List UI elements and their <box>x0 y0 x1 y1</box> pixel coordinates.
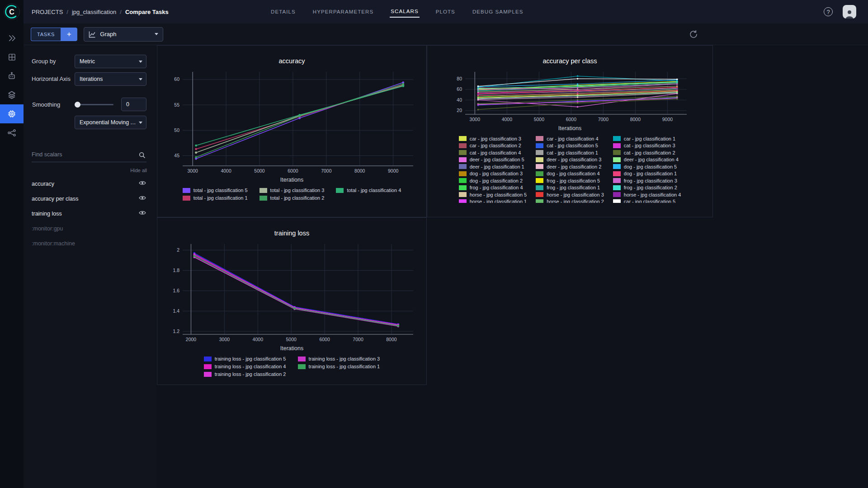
legend-item[interactable]: frog - jpg classification 2 <box>613 184 681 192</box>
legend-item[interactable]: deer - jpg classification 1 <box>459 163 527 170</box>
legend-item[interactable]: frog - jpg classification 3 <box>613 177 681 184</box>
legend-item[interactable]: training loss - jpg classification 2 <box>204 371 286 377</box>
horizontal-axis-dropdown[interactable]: Iterations <box>75 72 146 86</box>
legend-item[interactable]: car - jpg classification 4 <box>536 135 604 142</box>
nav-datasets-icon[interactable] <box>0 47 24 66</box>
legend-item[interactable]: cat - jpg classification 1 <box>536 149 604 156</box>
search-icon[interactable] <box>139 152 146 160</box>
training-loss-chart-canvas[interactable]: 20003000400050006000700080001.21.41.61.8… <box>165 240 419 344</box>
legend-item[interactable]: cat - jpg classification 4 <box>459 149 527 156</box>
legend-item[interactable]: dog - jpg classification 2 <box>459 177 527 184</box>
user-avatar[interactable] <box>843 5 856 19</box>
metric-item-accuracy[interactable]: accuracy <box>24 176 156 191</box>
legend-swatch-icon <box>536 143 543 148</box>
hide-all-link[interactable]: Hide all <box>130 168 147 173</box>
legend-item[interactable]: car - jpg classification 3 <box>459 135 527 142</box>
breadcrumb-compare-tasks[interactable]: Compare Tasks <box>125 9 169 15</box>
legend-label: horse - jpg classification 4 <box>624 192 681 197</box>
eye-icon[interactable] <box>139 210 146 217</box>
legend-swatch-icon <box>183 196 190 201</box>
group-by-value: Metric <box>80 58 95 65</box>
tab-scalars[interactable]: SCALARS <box>390 6 419 18</box>
metric-item-monitor-gpu[interactable]: :monitor:gpu <box>24 221 156 236</box>
legend-item[interactable]: total - jpg classification 1 <box>183 195 248 201</box>
legend-item[interactable]: total - jpg classification 3 <box>259 188 325 193</box>
tab-plots[interactable]: PLOTS <box>435 6 456 17</box>
legend-label: horse - jpg classification 1 <box>470 199 527 203</box>
legend-item[interactable]: deer - jpg classification 3 <box>536 156 604 164</box>
legend-swatch-icon <box>298 364 306 369</box>
tab-hyperparameters[interactable]: HYPERPARAMETERS <box>312 6 375 17</box>
legend-item[interactable]: car - jpg classification 1 <box>613 135 681 142</box>
find-scalars-search <box>32 150 146 162</box>
legend-item[interactable]: training loss - jpg classification 5 <box>204 356 286 361</box>
smoothing-slider[interactable] <box>75 101 113 108</box>
chart-legend: total - jpg classification 5total - jpg … <box>183 188 401 201</box>
accuracy-chart-canvas[interactable]: 300040005000600070008000900045505560 <box>165 68 419 176</box>
legend-item[interactable]: frog - jpg classification 5 <box>536 177 604 184</box>
clearml-logo[interactable]: C <box>3 3 20 20</box>
metric-item-monitor-machine[interactable]: :monitor:machine <box>24 236 156 251</box>
nav-workers-icon[interactable] <box>0 104 24 123</box>
add-task-button[interactable]: + <box>61 28 77 41</box>
legend-item[interactable]: deer - jpg classification 5 <box>459 156 527 164</box>
tasks-button[interactable]: TASKS <box>31 28 61 41</box>
eye-icon[interactable] <box>139 195 146 202</box>
legend-item[interactable]: total - jpg classification 2 <box>259 195 325 201</box>
nav-pipelines-icon[interactable] <box>0 123 24 142</box>
accuracy-per-class-chart-canvas[interactable]: 300040005000600070008000900020406080 <box>448 68 692 124</box>
breadcrumb-project-name[interactable]: jpg_classification <box>72 9 116 15</box>
tab-details[interactable]: DETAILS <box>270 6 297 17</box>
svg-text:8000: 8000 <box>354 168 365 174</box>
nav-getting-started-icon[interactable] <box>0 28 24 47</box>
legend-item[interactable]: deer - jpg classification 4 <box>613 156 681 164</box>
legend-swatch-icon <box>536 136 543 141</box>
legend-item[interactable]: horse - jpg classification 2 <box>536 198 604 203</box>
smoothing-type-dropdown[interactable]: Exponential Moving Av... <box>75 116 146 129</box>
legend-item[interactable]: horse - jpg classification 4 <box>613 191 681 198</box>
nav-automation-icon[interactable] <box>0 66 24 85</box>
legend-item[interactable]: dog - jpg classification 1 <box>613 170 681 178</box>
legend-label: cat - jpg classification 4 <box>470 150 521 155</box>
legend-item[interactable]: car - jpg classification 2 <box>459 142 527 150</box>
legend-item[interactable]: total - jpg classification 4 <box>336 188 401 193</box>
svg-text:8000: 8000 <box>630 117 641 122</box>
nav-projects-icon[interactable] <box>0 85 24 104</box>
legend-item[interactable]: frog - jpg classification 4 <box>459 184 527 192</box>
legend-item[interactable]: horse - jpg classification 1 <box>459 198 527 203</box>
eye-icon[interactable] <box>139 180 146 187</box>
legend-item[interactable]: cat - jpg classification 5 <box>536 142 604 150</box>
smoothing-value-input[interactable] <box>121 98 146 111</box>
tab-debug-samples[interactable]: DEBUG SAMPLES <box>472 6 524 17</box>
legend-item[interactable]: total - jpg classification 5 <box>183 188 248 193</box>
legend-item[interactable]: training loss - jpg classification 4 <box>204 364 286 369</box>
legend-swatch-icon <box>459 199 467 203</box>
scalars-settings-panel: Group by Metric Horizontal Axis Iteratio… <box>24 45 156 488</box>
help-icon[interactable]: ? <box>824 7 833 16</box>
legend-item[interactable]: cat - jpg classification 3 <box>613 142 681 150</box>
svg-text:1.6: 1.6 <box>173 288 179 293</box>
legend-item[interactable]: dog - jpg classification 4 <box>536 170 604 178</box>
svg-text:60: 60 <box>457 86 462 92</box>
search-input[interactable] <box>32 151 135 158</box>
legend-item[interactable]: training loss - jpg classification 3 <box>298 356 380 361</box>
legend-item[interactable]: car - jpg classification 5 <box>613 198 681 203</box>
metric-item-training-loss[interactable]: training loss <box>24 206 156 221</box>
breadcrumb-projects[interactable]: PROJECTS <box>32 9 63 15</box>
legend-swatch-icon <box>613 199 621 203</box>
view-mode-dropdown[interactable]: Graph <box>84 27 163 42</box>
legend-item[interactable]: cat - jpg classification 2 <box>613 149 681 156</box>
legend-item[interactable]: deer - jpg classification 2 <box>536 163 604 170</box>
legend-label: car - jpg classification 4 <box>547 136 598 141</box>
legend-item[interactable]: dog - jpg classification 3 <box>459 170 527 178</box>
metric-item-accuracy-per-class[interactable]: accuracy per class <box>24 191 156 206</box>
group-by-dropdown[interactable]: Metric <box>75 55 146 68</box>
refresh-icon[interactable] <box>689 29 698 39</box>
slider-knob[interactable] <box>75 102 80 108</box>
legend-item[interactable]: horse - jpg classification 5 <box>459 191 527 198</box>
legend-item[interactable]: dog - jpg classification 5 <box>613 163 681 170</box>
legend-item[interactable]: horse - jpg classification 3 <box>536 191 604 198</box>
legend-item[interactable]: frog - jpg classification 1 <box>536 184 604 192</box>
legend-item[interactable]: training loss - jpg classification 1 <box>298 364 380 369</box>
legend-label: total - jpg classification 2 <box>270 195 325 201</box>
